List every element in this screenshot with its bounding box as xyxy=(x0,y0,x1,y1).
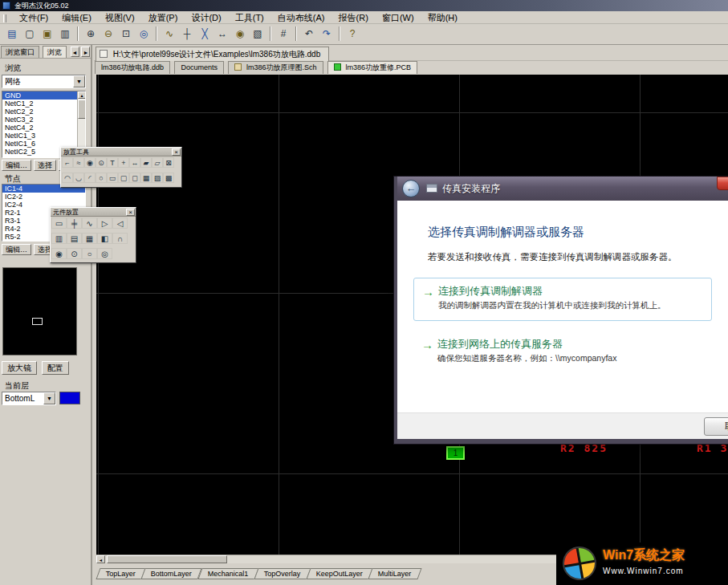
place-string-icon[interactable]: T xyxy=(107,157,118,168)
placement-tools-titlebar[interactable]: 放置工具 × xyxy=(61,148,181,156)
layer-dropdown[interactable]: BottomL ▼ xyxy=(2,392,56,405)
socket-icon[interactable]: ◧ xyxy=(97,233,112,244)
grid-toggle-icon[interactable]: # xyxy=(275,26,292,42)
arc-center-icon[interactable]: ◠ xyxy=(62,173,73,183)
capacitor-icon[interactable]: ╪ xyxy=(67,217,82,229)
route-track-icon[interactable]: ┼ xyxy=(178,26,196,42)
jumper-icon[interactable]: ∩ xyxy=(112,233,128,244)
zoom-in-icon[interactable]: ⊕ xyxy=(82,26,100,42)
fiducial-icon[interactable]: ◎ xyxy=(97,248,112,259)
arc-any-angle-icon[interactable]: ◜ xyxy=(84,173,96,183)
back-button[interactable]: ← xyxy=(402,180,420,197)
node-list-item[interactable]: IC2-2 xyxy=(2,193,85,201)
zoom-point-icon[interactable]: ◎ xyxy=(135,26,153,42)
scroll-left-icon[interactable]: ◄ xyxy=(96,555,105,563)
menu-autoroute[interactable]: 自动布线(A) xyxy=(272,11,331,24)
menu-help[interactable]: 帮助(H) xyxy=(422,11,463,24)
menu-edit[interactable]: 编辑(E) xyxy=(56,11,97,24)
place-wire2-icon[interactable]: ≈ xyxy=(73,157,84,168)
undo-icon[interactable]: ↶ xyxy=(300,26,318,42)
place-via-icon[interactable]: ⊙ xyxy=(96,157,107,168)
chevron-down-icon[interactable]: ▼ xyxy=(43,392,55,404)
zoom-out-icon[interactable]: ⊖ xyxy=(100,26,117,42)
board-preview[interactable] xyxy=(2,267,77,355)
connect-server-title[interactable]: 连接到网络上的传真服务器 xyxy=(437,337,563,351)
resistor-icon[interactable]: ▭ xyxy=(51,217,67,229)
panel-nav-right-icon[interactable]: ► xyxy=(81,47,90,57)
dialog-titlebar[interactable]: ← 传真安装程序 × xyxy=(397,177,728,201)
layer-tab-multilayer[interactable]: MultiLayer xyxy=(368,568,422,579)
new-document-icon[interactable]: ▤ xyxy=(3,26,21,42)
layer-tab-bottomlayer[interactable]: BottomLayer xyxy=(141,568,202,579)
menu-view[interactable]: 视图(V) xyxy=(100,11,140,24)
arc-edge-icon[interactable]: ◡ xyxy=(73,173,84,183)
measure-icon[interactable]: ↔ xyxy=(214,26,231,42)
scroll-thumb[interactable] xyxy=(107,555,227,563)
selected-pad[interactable]: 1 xyxy=(446,446,465,460)
menu-window[interactable]: 窗口(W) xyxy=(376,11,420,24)
split-plane-icon[interactable]: ▨ xyxy=(152,173,163,183)
open-document-icon[interactable]: ▢ xyxy=(21,26,39,42)
place-polygon2-icon[interactable]: ▱ xyxy=(152,157,163,168)
select-net-button[interactable]: 选择 xyxy=(34,160,56,171)
chevron-down-icon[interactable]: ▼ xyxy=(73,75,85,87)
place-rect-icon[interactable]: ▭ xyxy=(107,173,118,183)
net-type-dropdown[interactable]: 网络 ▼ xyxy=(2,75,86,88)
help-icon[interactable]: ? xyxy=(344,26,361,42)
layer-tab-keepoutlayer[interactable]: KeepOutLayer xyxy=(306,568,372,579)
scroll-thumb[interactable] xyxy=(78,100,86,119)
menu-file[interactable]: 文件(F) xyxy=(14,11,54,24)
connect-modem-title[interactable]: 连接到传真调制解调器 xyxy=(438,284,543,299)
via-component-icon[interactable]: ⊙ xyxy=(67,248,82,259)
connect-modem-option[interactable]: → 连接到传真调制解调器 我的调制解调器内置在我的计算机中或连接到我的计算机上。 xyxy=(413,278,712,321)
edit-node-button[interactable]: 编辑… xyxy=(2,244,31,255)
component-placement-titlebar[interactable]: 元件放置 × xyxy=(51,208,136,217)
transistor-icon[interactable]: ◁ xyxy=(112,217,128,229)
component-placement-toolbar[interactable]: 元件放置 × ▭╪∿▷◁ ▥▤▦◧∩ ◉⊙○◎ xyxy=(50,207,136,263)
inductor-icon[interactable]: ∿ xyxy=(82,217,97,229)
tab-pcb[interactable]: lm386功放重修.PCB xyxy=(327,61,417,74)
tab-browse-window[interactable]: 浏览窗口 xyxy=(1,46,39,58)
net-list-item[interactable]: GND xyxy=(2,91,85,100)
save-document-icon[interactable]: ▣ xyxy=(39,26,56,42)
place-track-icon[interactable]: ⌐ xyxy=(62,157,73,168)
connector-icon[interactable]: ▦ xyxy=(82,233,97,244)
place-polygon-icon[interactable]: ▧ xyxy=(249,26,266,42)
database-path-tab[interactable]: H:\文件\protel99se设计文件\Examples\lm386功放电路.… xyxy=(96,47,329,61)
place-coordinate-icon[interactable]: + xyxy=(118,157,129,168)
cancel-button[interactable]: 取消 xyxy=(704,417,728,436)
mount-hole-icon[interactable]: ○ xyxy=(82,248,97,259)
placement-tools-toolbar[interactable]: 放置工具 × ⌐≈◉⊙T+↔▰▱⊠ ◠◡◜○▭▢◻▦▨▩ xyxy=(60,147,182,188)
close-icon[interactable]: × xyxy=(717,177,728,190)
net-list-item[interactable]: NetC1_2 xyxy=(2,100,85,108)
cut-track-icon[interactable]: ╳ xyxy=(196,26,214,42)
zoom-window-icon[interactable]: ⊡ xyxy=(117,26,135,42)
place-room-icon[interactable]: ⊠ xyxy=(163,157,174,168)
paste-array-icon[interactable]: ▩ xyxy=(163,173,174,183)
menu-place[interactable]: 放置(P) xyxy=(143,11,184,24)
config-button[interactable]: 配置 xyxy=(42,361,69,375)
net-list-item[interactable]: NetC3_2 xyxy=(2,116,85,124)
net-list-item[interactable]: NetC2_2 xyxy=(2,108,85,116)
panel-nav-left-icon[interactable]: ◄ xyxy=(71,47,79,57)
full-circle-icon[interactable]: ○ xyxy=(96,173,107,183)
menu-design[interactable]: 设计(D) xyxy=(185,11,226,24)
menu-tools[interactable]: 工具(T) xyxy=(230,11,270,24)
ic-dip-icon[interactable]: ▥ xyxy=(51,233,67,244)
net-list-item[interactable]: NetIC1_3 xyxy=(2,132,85,140)
edit-net-button[interactable]: 编辑… xyxy=(2,160,31,171)
tab-browse[interactable]: 浏览 xyxy=(43,46,67,58)
close-icon[interactable]: × xyxy=(126,209,135,216)
tab-ddb[interactable]: lm386功放电路.ddb xyxy=(95,61,170,74)
print-icon[interactable]: ▥ xyxy=(56,26,74,42)
menu-grip[interactable] xyxy=(3,14,6,22)
scroll-up-icon[interactable]: ▲ xyxy=(78,91,86,99)
net-list-item[interactable]: NetC4_2 xyxy=(2,124,85,132)
pad-component-icon[interactable]: ◉ xyxy=(51,248,67,259)
tab-schematic[interactable]: lm386功放原理图.Sch xyxy=(228,61,323,74)
close-icon[interactable]: × xyxy=(172,148,181,156)
layer-tab-toplayer[interactable]: TopLayer xyxy=(96,568,145,579)
title-bar[interactable]: 金明杰汉化05.02 xyxy=(0,0,728,11)
magnifier-button[interactable]: 放大镜 xyxy=(2,361,37,375)
redo-icon[interactable]: ↷ xyxy=(318,26,336,42)
